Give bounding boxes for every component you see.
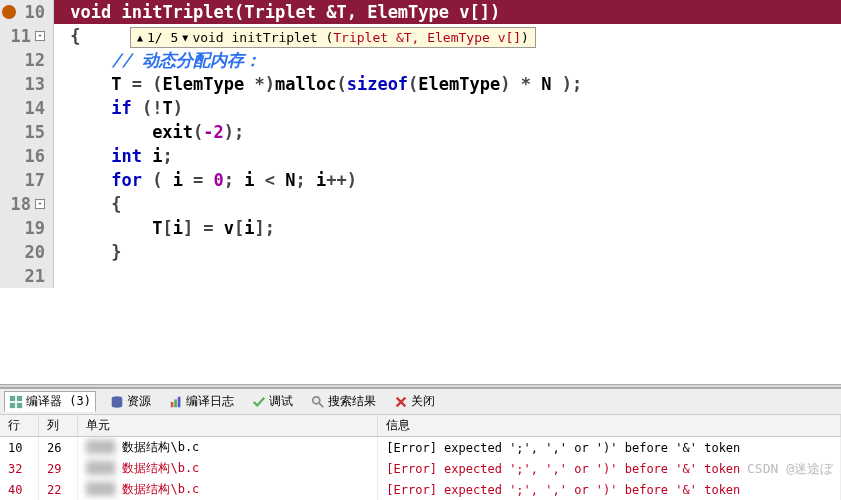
err-line: 32 [0, 458, 39, 479]
code-line[interactable]: 20 } [0, 240, 841, 264]
gutter[interactable]: 15 [0, 120, 54, 144]
line-number: 12 [25, 50, 45, 70]
line-number: 15 [25, 122, 45, 142]
watermark: CSDN @迷途ぼ [747, 460, 833, 478]
code-text[interactable]: // 动态分配内存： [54, 48, 841, 72]
col-unit[interactable]: 单元 [78, 415, 378, 437]
db-icon [110, 395, 124, 409]
col-col[interactable]: 列 [39, 415, 78, 437]
gutter[interactable]: 12 [0, 48, 54, 72]
tab-search[interactable]: 搜索结果 [307, 392, 380, 411]
code-line[interactable]: 19 T[i] = v[i]; [0, 216, 841, 240]
breakpoint-icon[interactable] [2, 5, 16, 19]
line-number: 21 [25, 266, 45, 286]
code-text[interactable]: } [54, 240, 841, 264]
code-text[interactable]: exit(-2); [54, 120, 841, 144]
err-unit: ████ 数据结构\b.c [78, 458, 378, 479]
gutter[interactable]: 14 [0, 96, 54, 120]
err-info: [Error] expected ';', ',' or ')' before … [378, 437, 841, 459]
error-table[interactable]: 行 列 单元 信息 1026████ 数据结构\b.c[Error] expec… [0, 415, 841, 500]
svg-rect-3 [17, 402, 22, 407]
code-line[interactable]: 15 exit(-2); [0, 120, 841, 144]
code-text[interactable] [54, 264, 841, 288]
code-text[interactable]: if (!T) [54, 96, 841, 120]
err-col: 22 [39, 479, 78, 500]
svg-rect-7 [171, 402, 174, 407]
tab-db[interactable]: 资源 [106, 392, 155, 411]
line-number: 13 [25, 74, 45, 94]
tab-label: 资源 [127, 393, 151, 410]
close-icon [394, 395, 408, 409]
gutter[interactable]: 11- [0, 24, 54, 48]
svg-rect-2 [10, 402, 15, 407]
tab-grid[interactable]: 编译器 (3) [4, 391, 96, 412]
col-line[interactable]: 行 [0, 415, 39, 437]
error-row[interactable]: 4022████ 数据结构\b.c[Error] expected ';', '… [0, 479, 841, 500]
line-number: 14 [25, 98, 45, 118]
gutter[interactable]: 16 [0, 144, 54, 168]
line-number: 11 [11, 26, 31, 46]
code-line[interactable]: 16 int i; [0, 144, 841, 168]
grid-icon [9, 395, 23, 409]
svg-rect-9 [178, 396, 181, 407]
err-line: 40 [0, 479, 39, 500]
fold-icon[interactable]: - [35, 199, 45, 209]
code-text[interactable]: void initTriplet(Triplet &T, ElemType v[… [54, 0, 841, 24]
code-editor[interactable]: 10 void initTriplet(Triplet &T, ElemType… [0, 0, 841, 384]
err-unit: ████ 数据结构\b.c [78, 437, 378, 459]
error-row[interactable]: 1026████ 数据结构\b.c[Error] expected ';', '… [0, 437, 841, 459]
tooltip-up-icon[interactable]: ▲ [137, 32, 143, 43]
svg-point-10 [313, 396, 320, 403]
err-info: [Error] expected ';', ',' or ')' before … [378, 479, 841, 500]
tab-label: 搜索结果 [328, 393, 376, 410]
check-icon [252, 395, 266, 409]
svg-point-6 [112, 403, 123, 407]
error-row[interactable]: 3229████ 数据结构\b.c[Error] expected ';', '… [0, 458, 841, 479]
gutter[interactable]: 13 [0, 72, 54, 96]
gutter[interactable]: 10 [0, 0, 54, 24]
col-info[interactable]: 信息 [378, 415, 841, 437]
gutter[interactable]: 17 [0, 168, 54, 192]
svg-line-11 [319, 402, 323, 406]
tab-label: 编译器 (3) [26, 393, 91, 410]
code-line[interactable]: 17 for ( i = 0; i < N; i++) [0, 168, 841, 192]
gutter[interactable]: 21 [0, 264, 54, 288]
code-line[interactable]: 12 // 动态分配内存： [0, 48, 841, 72]
signature-tooltip: ▲ 1/ 5 ▼ void initTriplet (Triplet &T, E… [130, 27, 536, 48]
fold-icon[interactable]: - [35, 31, 45, 41]
code-line[interactable]: 14 if (!T) [0, 96, 841, 120]
code-text[interactable]: T[i] = v[i]; [54, 216, 841, 240]
line-number: 19 [25, 218, 45, 238]
tab-check[interactable]: 调试 [248, 392, 297, 411]
code-text[interactable]: for ( i = 0; i < N; i++) [54, 168, 841, 192]
err-line: 10 [0, 437, 39, 459]
line-number: 10 [25, 2, 45, 22]
svg-rect-1 [17, 395, 22, 400]
gutter[interactable]: 19 [0, 216, 54, 240]
svg-rect-8 [174, 399, 177, 407]
tooltip-signature: void initTriplet (Triplet &T, ElemType v… [192, 30, 529, 45]
tooltip-nav-text: 1/ 5 [147, 30, 178, 45]
code-line[interactable]: 10 void initTriplet(Triplet &T, ElemType… [0, 0, 841, 24]
err-unit: ████ 数据结构\b.c [78, 479, 378, 500]
line-number: 17 [25, 170, 45, 190]
line-number: 16 [25, 146, 45, 166]
err-col: 29 [39, 458, 78, 479]
code-line[interactable]: 21 [0, 264, 841, 288]
tab-label: 调试 [269, 393, 293, 410]
code-text[interactable]: { [54, 192, 841, 216]
code-line[interactable]: 13 T = (ElemType *)malloc(sizeof(ElemTyp… [0, 72, 841, 96]
tooltip-down-icon[interactable]: ▼ [182, 32, 188, 43]
line-number: 18 [11, 194, 31, 214]
gutter[interactable]: 20 [0, 240, 54, 264]
gutter[interactable]: 18- [0, 192, 54, 216]
err-col: 26 [39, 437, 78, 459]
search-icon [311, 395, 325, 409]
tab-label: 编译日志 [186, 393, 234, 410]
code-text[interactable]: int i; [54, 144, 841, 168]
tab-bars[interactable]: 编译日志 [165, 392, 238, 411]
code-text[interactable]: T = (ElemType *)malloc(sizeof(ElemType) … [54, 72, 841, 96]
code-line[interactable]: 18- { [0, 192, 841, 216]
panel-tabs: 编译器 (3)资源编译日志调试搜索结果关闭 [0, 389, 841, 415]
tab-close[interactable]: 关闭 [390, 392, 439, 411]
